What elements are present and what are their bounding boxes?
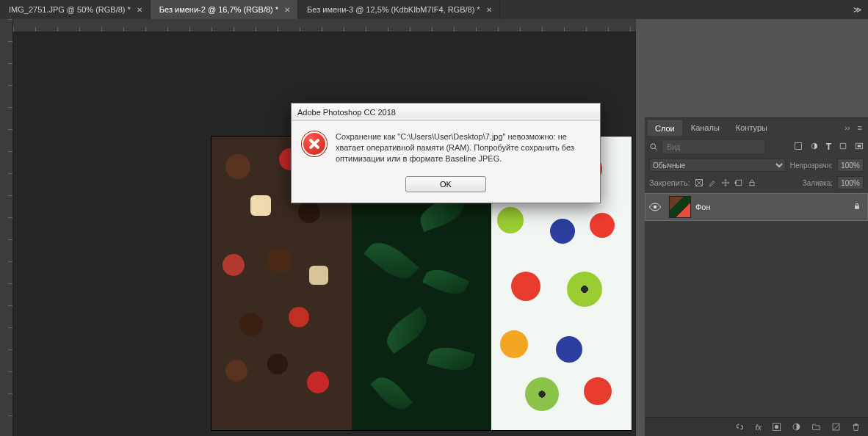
filter-shape-icon[interactable] bbox=[839, 142, 847, 150]
layer-thumbnail[interactable] bbox=[669, 196, 691, 218]
svg-rect-9 bbox=[735, 182, 737, 184]
layer-filter-row: T bbox=[645, 137, 868, 156]
tab-paths[interactable]: Контуры bbox=[728, 120, 775, 135]
error-icon bbox=[302, 131, 327, 156]
lock-label: Закрепить: bbox=[649, 178, 690, 187]
tab-bar-spacer bbox=[500, 0, 847, 19]
svg-point-0 bbox=[651, 144, 656, 149]
search-icon bbox=[649, 142, 658, 151]
layers-panel-footer: fx bbox=[645, 417, 868, 436]
lock-icon[interactable] bbox=[853, 202, 861, 212]
horizontal-ruler[interactable] bbox=[13, 19, 636, 32]
document-tab-label: IMG_2751.JPG @ 50% (RGB/8) * bbox=[9, 5, 131, 14]
delete-layer-icon[interactable] bbox=[851, 422, 861, 432]
panel-tab-bar: Слои Каналы Контуры ›› ≡ bbox=[645, 118, 868, 137]
blend-opacity-row: Обычные Непрозрачн: 100% bbox=[645, 156, 868, 174]
opacity-label: Непрозрачн: bbox=[790, 161, 833, 170]
close-icon[interactable]: ✕ bbox=[284, 6, 290, 14]
lock-artboard-icon[interactable] bbox=[734, 178, 743, 187]
ok-button[interactable]: OK bbox=[405, 176, 486, 192]
svg-rect-4 bbox=[840, 143, 846, 149]
layers-panel: Слои Каналы Контуры ›› ≡ T bbox=[645, 117, 868, 436]
add-mask-icon[interactable] bbox=[772, 422, 781, 432]
blend-mode-select[interactable]: Обычные bbox=[649, 159, 786, 172]
chevron-right-icon[interactable]: ›› bbox=[845, 123, 850, 132]
lock-paint-icon[interactable] bbox=[708, 178, 717, 187]
dialog-titlebar[interactable]: Adobe Photoshop CC 2018 bbox=[292, 103, 600, 121]
document-tab-bar: IMG_2751.JPG @ 50% (RGB/8) * ✕ Без имени… bbox=[0, 0, 868, 19]
svg-point-11 bbox=[654, 206, 657, 208]
svg-rect-2 bbox=[795, 143, 801, 150]
layer-row[interactable]: Фон bbox=[645, 193, 868, 221]
layer-filter-icons: T bbox=[794, 142, 864, 152]
svg-rect-8 bbox=[736, 180, 742, 186]
opacity-value[interactable]: 100% bbox=[837, 159, 864, 172]
document-tab[interactable]: Без имени-3 @ 12,5% (KdbKIbM7IF4, RGB/8)… bbox=[298, 0, 500, 19]
error-dialog: Adobe Photoshop CC 2018 Сохранение как "… bbox=[291, 103, 601, 203]
filter-pixel-icon[interactable] bbox=[794, 142, 803, 150]
close-icon[interactable]: ✕ bbox=[486, 6, 492, 14]
fill-label: Заливка: bbox=[803, 179, 833, 187]
new-group-icon[interactable] bbox=[811, 422, 821, 432]
lock-all-icon[interactable] bbox=[748, 178, 756, 187]
filter-type-icon[interactable]: T bbox=[826, 142, 831, 152]
eye-icon bbox=[649, 203, 661, 211]
new-layer-icon[interactable] bbox=[831, 422, 841, 432]
chevron-right-icon: ≫ bbox=[853, 5, 862, 15]
new-adjustment-icon[interactable] bbox=[792, 422, 801, 432]
document-tab[interactable]: IMG_2751.JPG @ 50% (RGB/8) * ✕ bbox=[0, 0, 151, 19]
tab-layers[interactable]: Слои bbox=[648, 120, 682, 136]
canvas-workspace bbox=[0, 19, 636, 436]
svg-point-14 bbox=[775, 425, 778, 429]
filter-adjust-icon[interactable] bbox=[810, 142, 819, 150]
svg-rect-6 bbox=[858, 145, 861, 148]
layer-name[interactable]: Фон bbox=[695, 203, 711, 211]
svg-rect-10 bbox=[750, 182, 754, 186]
tab-channels[interactable]: Каналы bbox=[684, 120, 727, 135]
dialog-message: Сохранение как "C:\Users\User\Desktop\7.… bbox=[336, 131, 590, 164]
lock-position-icon[interactable] bbox=[721, 178, 730, 187]
vertical-ruler[interactable] bbox=[0, 19, 13, 436]
dialog-title: Adobe Photoshop CC 2018 bbox=[297, 108, 396, 117]
svg-line-1 bbox=[655, 148, 657, 150]
close-icon[interactable]: ✕ bbox=[137, 6, 142, 14]
document-tab-label: Без имени-2 @ 16,7% (RGB/8) * bbox=[159, 5, 278, 14]
document-tab-label: Без имени-3 @ 12,5% (KdbKIbM7IF4, RGB/8)… bbox=[307, 5, 480, 14]
tab-overflow-button[interactable]: ≫ bbox=[847, 0, 868, 19]
filter-smart-icon[interactable] bbox=[855, 142, 864, 150]
link-layers-icon[interactable] bbox=[735, 422, 745, 432]
fill-value[interactable]: 100% bbox=[837, 176, 864, 189]
lock-transparency-icon[interactable] bbox=[695, 178, 704, 187]
visibility-toggle[interactable] bbox=[645, 203, 665, 211]
layer-fx-icon[interactable]: fx bbox=[755, 423, 762, 432]
svg-rect-12 bbox=[855, 206, 859, 209]
document-tab[interactable]: Без имени-2 @ 16,7% (RGB/8) * ✕ bbox=[151, 0, 298, 19]
right-panel-column: Слои Каналы Контуры ›› ≡ T bbox=[636, 19, 868, 436]
lock-fill-row: Закрепить: Заливка: 100% bbox=[645, 174, 868, 192]
panel-menu-icon[interactable]: ≡ bbox=[858, 123, 862, 132]
layer-filter-select[interactable] bbox=[662, 140, 764, 153]
